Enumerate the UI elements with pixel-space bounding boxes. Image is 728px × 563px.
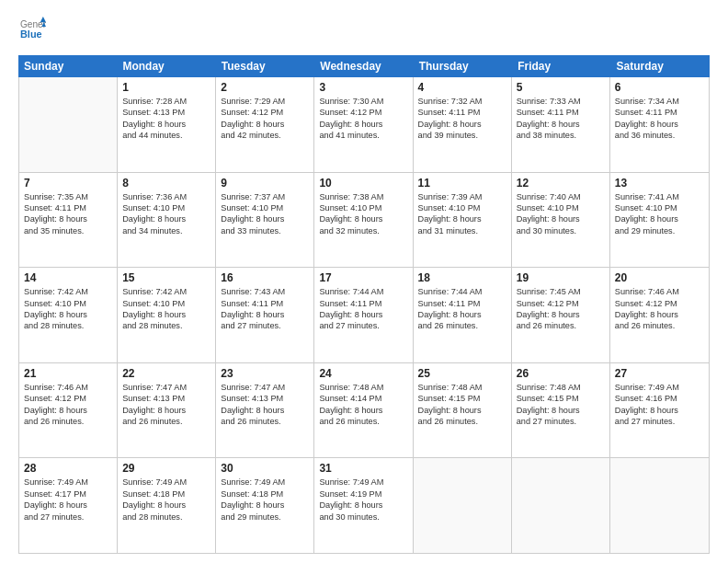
calendar-cell: 8Sunrise: 7:36 AMSunset: 4:10 PMDaylight…	[118, 173, 216, 268]
day-number: 17	[319, 271, 407, 284]
calendar-cell	[610, 458, 709, 553]
cell-info-line: Sunrise: 7:49 AM	[615, 382, 704, 393]
cell-info-line: Sunset: 4:10 PM	[319, 202, 407, 213]
calendar-cell: 24Sunrise: 7:48 AMSunset: 4:14 PMDayligh…	[314, 363, 413, 458]
cell-info-line: Daylight: 8 hours	[221, 213, 309, 224]
cell-info-line: Sunset: 4:10 PM	[24, 298, 112, 309]
cell-info-line: Daylight: 8 hours	[221, 500, 309, 511]
calendar-cell: 16Sunrise: 7:43 AMSunset: 4:11 PMDayligh…	[216, 268, 314, 362]
cell-info-line: and 26 minutes.	[418, 416, 506, 427]
cell-info-line: Sunrise: 7:34 AM	[615, 96, 704, 107]
day-number: 10	[319, 177, 407, 190]
header-cell-monday: Monday	[117, 55, 215, 77]
calendar-cell: 7Sunrise: 7:35 AMSunset: 4:11 PMDaylight…	[19, 173, 118, 268]
header-cell-wednesday: Wednesday	[314, 55, 413, 77]
cell-info-line: and 36 minutes.	[615, 130, 704, 141]
cell-info-line: and 30 minutes.	[517, 225, 605, 236]
cell-info-line: Daylight: 8 hours	[122, 405, 210, 416]
cell-info-line: and 26 minutes.	[122, 416, 210, 427]
cell-info-line: Daylight: 8 hours	[24, 213, 112, 224]
cell-info-line: and 44 minutes.	[122, 130, 210, 141]
calendar-cell	[512, 458, 610, 553]
cell-info-line: Sunrise: 7:49 AM	[221, 477, 309, 488]
cell-info-line: Daylight: 8 hours	[418, 119, 506, 130]
header-cell-saturday: Saturday	[611, 55, 710, 77]
cell-info-line: Sunset: 4:15 PM	[418, 393, 506, 404]
calendar-row-2: 7Sunrise: 7:35 AMSunset: 4:11 PMDaylight…	[19, 173, 709, 269]
cell-info-line: Daylight: 8 hours	[221, 405, 309, 416]
cell-info-line: Daylight: 8 hours	[319, 500, 407, 511]
cell-info-line: and 28 minutes.	[122, 511, 210, 523]
header-cell-sunday: Sunday	[18, 55, 117, 77]
cell-info-line: Sunset: 4:10 PM	[418, 202, 506, 213]
cell-info-line: Daylight: 8 hours	[517, 213, 605, 224]
calendar-cell: 26Sunrise: 7:48 AMSunset: 4:15 PMDayligh…	[512, 363, 610, 458]
day-number: 30	[221, 462, 309, 475]
calendar-cell: 12Sunrise: 7:40 AMSunset: 4:10 PMDayligh…	[512, 173, 610, 268]
cell-info-line: Sunset: 4:11 PM	[24, 202, 112, 213]
cell-info-line: and 28 minutes.	[122, 320, 210, 331]
day-number: 27	[615, 367, 704, 380]
day-number: 26	[517, 367, 605, 380]
cell-info-line: Sunrise: 7:39 AM	[418, 191, 506, 202]
day-number: 7	[24, 177, 112, 190]
day-number: 29	[122, 462, 210, 475]
cell-info-line: Sunrise: 7:40 AM	[517, 191, 605, 202]
calendar-row-5: 28Sunrise: 7:49 AMSunset: 4:17 PMDayligh…	[19, 458, 709, 553]
cell-info-line: Daylight: 8 hours	[221, 119, 309, 130]
cell-info-line: Sunset: 4:17 PM	[24, 488, 112, 500]
cell-info-line: and 26 minutes.	[319, 416, 407, 427]
cell-info-line: Daylight: 8 hours	[319, 119, 407, 130]
cell-info-line: Sunrise: 7:47 AM	[221, 382, 309, 393]
page: General Blue SundayMondayTuesdayWednesda…	[0, 0, 728, 563]
cell-info-line: Sunset: 4:11 PM	[517, 107, 605, 118]
cell-info-line: Sunset: 4:12 PM	[24, 393, 112, 404]
day-number: 15	[122, 271, 210, 284]
cell-info-line: Daylight: 8 hours	[24, 405, 112, 416]
cell-info-line: Sunset: 4:18 PM	[122, 488, 210, 500]
cell-info-line: Sunrise: 7:48 AM	[517, 382, 605, 393]
cell-info-line: Daylight: 8 hours	[418, 309, 506, 320]
cell-info-line: Sunset: 4:10 PM	[517, 202, 605, 213]
cell-info-line: and 35 minutes.	[24, 225, 112, 236]
day-number: 2	[221, 81, 309, 94]
cell-info-line: and 38 minutes.	[517, 130, 605, 141]
calendar-cell: 15Sunrise: 7:42 AMSunset: 4:10 PMDayligh…	[118, 268, 216, 362]
cell-info-line: and 27 minutes.	[24, 511, 112, 523]
cell-info-line: Sunrise: 7:38 AM	[319, 191, 407, 202]
cell-info-line: and 30 minutes.	[319, 511, 407, 523]
calendar-cell: 6Sunrise: 7:34 AMSunset: 4:11 PMDaylight…	[610, 77, 709, 172]
cell-info-line: Daylight: 8 hours	[122, 119, 210, 130]
cell-info-line: Sunset: 4:10 PM	[122, 298, 210, 309]
day-number: 4	[418, 81, 506, 94]
cell-info-line: Sunrise: 7:49 AM	[122, 477, 210, 488]
cell-info-line: and 27 minutes.	[517, 416, 605, 427]
calendar-cell: 14Sunrise: 7:42 AMSunset: 4:10 PMDayligh…	[19, 268, 118, 362]
calendar-cell: 19Sunrise: 7:45 AMSunset: 4:12 PMDayligh…	[512, 268, 610, 362]
cell-info-line: Daylight: 8 hours	[122, 309, 210, 320]
cell-info-line: Sunrise: 7:48 AM	[418, 382, 506, 393]
day-number: 12	[517, 177, 605, 190]
cell-info-line: and 32 minutes.	[319, 225, 407, 236]
cell-info-line: Sunrise: 7:46 AM	[24, 382, 112, 393]
calendar-cell: 22Sunrise: 7:47 AMSunset: 4:13 PMDayligh…	[118, 363, 216, 458]
header: General Blue	[18, 17, 710, 46]
day-number: 6	[615, 81, 704, 94]
calendar-cell: 21Sunrise: 7:46 AMSunset: 4:12 PMDayligh…	[19, 363, 118, 458]
cell-info-line: Sunset: 4:15 PM	[517, 393, 605, 404]
cell-info-line: Daylight: 8 hours	[615, 119, 704, 130]
header-cell-tuesday: Tuesday	[216, 55, 314, 77]
calendar-header: SundayMondayTuesdayWednesdayThursdayFrid…	[18, 55, 710, 77]
cell-info-line: and 26 minutes.	[418, 320, 506, 331]
cell-info-line: Sunrise: 7:47 AM	[122, 382, 210, 393]
cell-info-line: Sunrise: 7:35 AM	[24, 191, 112, 202]
cell-info-line: Sunrise: 7:42 AM	[24, 286, 112, 297]
calendar-cell: 25Sunrise: 7:48 AMSunset: 4:15 PMDayligh…	[414, 363, 512, 458]
day-number: 13	[615, 177, 704, 190]
cell-info-line: Sunset: 4:12 PM	[319, 107, 407, 118]
header-cell-friday: Friday	[512, 55, 610, 77]
calendar-cell: 9Sunrise: 7:37 AMSunset: 4:10 PMDaylight…	[216, 173, 314, 268]
cell-info-line: Sunset: 4:10 PM	[122, 202, 210, 213]
cell-info-line: and 29 minutes.	[615, 225, 704, 236]
cell-info-line: and 39 minutes.	[418, 130, 506, 141]
